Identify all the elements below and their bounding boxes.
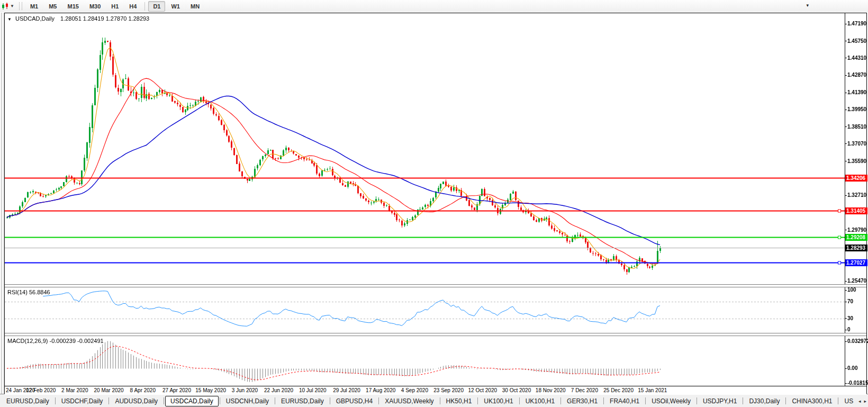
macd-tick-label: 0.00 [847,365,857,371]
chart-tab-bar: EURUSD,DailyUSDCHF,DailyAUDUSD,DailyUSDC… [0,394,868,407]
macd-label: MACD(12,26,9) -0.000239 -0.002491 [7,338,104,344]
date-label: 8 Apr 2020 [130,387,156,393]
tab-xauusd-weekly[interactable]: XAUUSD,Weekly [380,396,438,406]
rsi-tick-label: 100 [847,287,856,293]
tab-china300-h1[interactable]: CHINA300,H1 [787,396,837,406]
tab-separator [440,397,440,404]
rsi-tick-label: 70 [847,299,853,304]
date-label: 27 Apr 2020 [162,387,191,393]
price-tick-label: 1.38510 [847,124,866,130]
rsi-tick-label: 0 [847,327,851,332]
tab-uk100-h1[interactable]: UK100,H1 [521,396,559,406]
tab-separator [560,397,561,404]
date-label: 20 Mar 2020 [94,387,124,393]
date-label: 3 Jun 2020 [232,387,258,393]
toolbar-overflow-icon[interactable]: ▾ [806,3,809,8]
tab-separator [275,397,275,404]
tab-separator [108,397,109,404]
rsi-axis: 10070300 [845,287,866,333]
date-label: 25 Dec 2020 [603,387,634,393]
tab-separator [603,397,604,404]
tab-ger30-h1[interactable]: GER30,H1 [562,396,602,406]
tab-separator [330,397,330,404]
timeframe-button-h1[interactable]: H1 [106,1,123,12]
date-label: 15 Jan 2021 [638,387,667,393]
timeframe-button-h4[interactable]: H4 [124,1,141,12]
tab-usdchf-daily[interactable]: USDCHF,Daily [57,396,108,406]
tab-us[interactable]: US [839,396,858,406]
price-tick-label: 1.45750 [847,38,866,44]
timeframe-button-w1[interactable]: W1 [166,1,185,12]
price-tick-label: 1.41390 [847,89,866,95]
date-label: 2 Mar 2020 [61,387,88,393]
tab-scroll-left-icon[interactable]: ◂ [858,399,861,404]
price-chart-panel: ▼ USDCAD,Daily 1.28051 1.28419 1.27870 1… [5,13,866,284]
tab-usdcad-daily[interactable]: USDCAD,Daily [165,396,219,406]
timeframe-button-m15[interactable]: M15 [62,1,83,12]
tab-usoil-weekly[interactable]: USOil,Weekly [647,396,695,406]
rsi-panel: RSI(14) 56.8846 10070300 [5,287,866,333]
tab-dj30-daily[interactable]: DJ30,Daily [744,396,784,406]
chart-title: ▼ USDCAD,Daily 1.28051 1.28419 1.27870 1… [7,15,149,22]
macd-panel: MACD(12,26,9) -0.000239 -0.002491 0.0329… [5,336,866,386]
date-label: 30 Oct 2020 [502,387,531,393]
date-label: 22 Jun 2020 [264,387,293,393]
price-tick-label: 1.42870 [847,72,866,78]
hline-price-badge: 1.27027 [845,259,867,266]
hline-price-badge: 1.34206 [845,175,867,182]
tab-usdcnh-daily[interactable]: USDCNH,Daily [221,396,274,406]
tab-scroll-arrows: ◂▸ [858,399,866,404]
tab-separator [785,397,786,404]
date-label: 29 Jul 2020 [333,387,360,393]
rsi-tick-label: 30 [847,315,853,321]
tab-eurusd-daily[interactable]: EURUSD,Daily [2,396,54,406]
chart-type-icon[interactable]: ▼ [0,2,16,11]
toolbar-separator [144,2,145,11]
macd-tick-label: 0.032972 [847,338,868,344]
date-label: 12 Oct 2020 [468,387,497,393]
tab-separator [697,397,697,404]
candlestick-icon [2,3,9,10]
timeframe-buttons: M1M5M15M30H1H4D1W1MN [25,1,205,12]
tab-usdjpy-h1[interactable]: USDJPY,H1 [698,396,742,406]
tab-separator [220,397,220,404]
macd-canvas[interactable] [5,336,845,386]
date-label: 10 Jul 2020 [299,387,327,393]
price-tick-label: 1.39950 [847,106,866,112]
date-label: 12 Feb 2020 [26,387,56,393]
macd-tick-label: -0.018154 [847,380,868,386]
tab-eurusd-daily[interactable]: EURUSD,Daily [276,396,329,406]
one-click-toggle-icon[interactable]: ▼ [7,17,12,22]
toolbar-grip[interactable] [19,2,22,10]
tab-separator [519,397,520,404]
date-label: 18 Nov 2020 [536,387,566,393]
tab-scroll-right-icon[interactable]: ▸ [864,399,866,404]
tab-fra40-h1[interactable]: FRA40,H1 [605,396,644,406]
tab-gbpusd-h4[interactable]: GBPUSD,H4 [331,396,377,406]
timeframe-button-d1[interactable]: D1 [148,1,165,12]
current-price-badge: 1.28293 [845,245,867,251]
price-tick-label: 1.47190 [847,21,866,26]
hline-price-badge: 1.29208 [845,234,867,241]
price-axis: 1.471901.457501.443101.428701.413901.399… [845,13,866,284]
macd-axis: 0.0329720.00-0.018154 [845,336,866,386]
date-label: 4 Sep 2020 [401,387,428,393]
price-tick-label: 1.32710 [847,192,866,198]
timeframe-button-m5[interactable]: M5 [44,1,61,12]
price-tick-label: 1.29790 [847,227,866,233]
date-label: 23 Sep 2020 [433,387,464,393]
chart-title-symbol: USDCAD,Daily [15,15,55,22]
date-label: 7 Dec 2020 [571,387,598,393]
timeframe-button-m1[interactable]: M1 [25,1,43,12]
main-chart-canvas[interactable] [5,13,845,284]
tab-audusd-daily[interactable]: AUDUSD,Daily [110,396,162,406]
rsi-canvas[interactable] [5,287,845,333]
timeframe-button-m30[interactable]: M30 [85,1,105,12]
tab-uk100-h1[interactable]: UK100,H1 [479,396,518,406]
timeframe-button-mn[interactable]: MN [186,1,204,12]
tab-hk50-h1[interactable]: HK50,H1 [441,396,477,406]
tab-separator [378,397,379,404]
chart-window: ▼ USDCAD,Daily 1.28051 1.28419 1.27870 1… [4,13,867,394]
date-label: 17 Aug 2020 [366,387,395,393]
tab-separator [477,397,478,404]
